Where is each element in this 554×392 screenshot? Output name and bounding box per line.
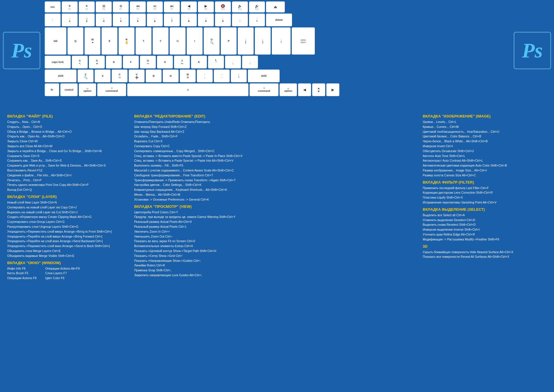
key-k[interactable]: K xyxy=(191,56,207,68)
key-0[interactable]: )0 xyxy=(215,14,231,26)
key-shift-left[interactable]: shift xyxy=(45,70,76,82)
3d-shortcuts: Скрыть ближайшую поверхность Hide Neares… xyxy=(423,250,547,260)
key-shift-right[interactable]: shift xyxy=(248,70,280,82)
key-7[interactable]: &7 xyxy=(164,14,180,26)
key-backslash[interactable]: |\ xyxy=(272,27,291,55)
key-f8[interactable]: ◀F8 xyxy=(181,1,197,12)
key-command-right[interactable]: ⌘command xyxy=(250,83,278,96)
key-esc[interactable]: esc xyxy=(45,1,61,12)
key-space[interactable]: H xyxy=(127,83,248,96)
key-capslock[interactable]: caps lock xyxy=(45,56,71,68)
key-f10[interactable]: 🔇F10 xyxy=(215,1,231,12)
key-f3[interactable]: ⊞F3 xyxy=(96,1,112,12)
3d-section-title: 3D xyxy=(423,244,547,249)
key-control[interactable]: control xyxy=(60,83,78,96)
layer-item-12: Объединить видимые Merge Visible Shift+C… xyxy=(7,253,131,258)
key-u[interactable]: U xyxy=(170,27,186,55)
key-quote[interactable]: ': xyxy=(242,56,258,68)
key-z[interactable]: Z🔍 xyxy=(78,70,93,82)
key-updown[interactable]: ▲▼ xyxy=(312,83,325,96)
key-period[interactable]: >. xyxy=(214,70,230,82)
key-l[interactable]: L⌒ xyxy=(208,56,224,68)
key-3[interactable]: #3 xyxy=(96,14,112,26)
key-rbracket[interactable]: }] xyxy=(255,27,271,55)
key-5[interactable]: %5 xyxy=(130,14,146,26)
key-a[interactable]: A↖ xyxy=(72,56,88,68)
select-item-3: Выделить снова Reselect Shift+Ctrl+D xyxy=(423,222,547,227)
window-col1: Инфо Info F8 Кисть Brush F5 Операции Act… xyxy=(7,266,37,281)
view-item-6: Уменьшить Zoom Out Ctrl+- xyxy=(134,234,420,239)
key-tilde[interactable]: ~` xyxy=(45,14,61,26)
key-fn[interactable]: fn xyxy=(45,83,59,96)
key-h[interactable]: H xyxy=(157,56,173,68)
window-section: ВКЛАДКА "ОКНО" (WINDOW) Инфо Info F8 Кис… xyxy=(7,261,131,281)
select-section-title: ВКЛАДКА ВЫДЕЛЕНИЕ (SELECT) xyxy=(423,207,547,212)
key-d[interactable]: D xyxy=(106,56,122,68)
key-9[interactable]: (9 xyxy=(198,14,214,26)
layer-section: ВКЛАДКА "СЛОИ" (LAYER) Новый слой New La… xyxy=(7,195,131,258)
key-4[interactable]: $4 xyxy=(113,14,129,26)
key-command-left[interactable]: ⌘command xyxy=(97,83,126,96)
key-b[interactable]: B xyxy=(146,70,162,82)
key-option-right[interactable]: altoption xyxy=(280,83,297,96)
key-y[interactable]: Y xyxy=(153,27,169,55)
key-6[interactable]: ^6 xyxy=(147,14,163,26)
keyboard-row-zxcv: shift Z🔍 X C✂ V➕ B N M⊞ <, >. ?/ shift xyxy=(45,70,509,82)
file-item-10: Сохранить для Web и устр... Save for Web… xyxy=(7,163,131,168)
key-o[interactable]: O🔍 xyxy=(204,27,220,55)
key-f2[interactable]: ☀F2 xyxy=(79,1,95,12)
key-comma[interactable]: <, xyxy=(197,70,213,82)
key-i[interactable]: I xyxy=(187,27,203,55)
image-item-4: Цветовой баланс... Color Balance... Ctrl… xyxy=(423,134,547,139)
key-equals[interactable]: += xyxy=(249,14,265,26)
key-v[interactable]: V➕ xyxy=(129,70,145,82)
key-f7[interactable]: ⏭F7 xyxy=(164,1,180,12)
key-f11[interactable]: 🔉F11 xyxy=(232,1,248,12)
key-f12[interactable]: 🔊F12 xyxy=(249,1,265,12)
key-j[interactable]: J✏ xyxy=(174,56,190,68)
key-slash[interactable]: ?/ xyxy=(231,70,247,82)
key-g[interactable]: G✂ xyxy=(140,56,156,68)
key-delete[interactable]: delete xyxy=(266,14,292,26)
key-s[interactable]: S✦ xyxy=(89,56,105,68)
key-enter[interactable]: enter return xyxy=(292,27,315,55)
edit-item-7: Скопировать совмещенные... Copy Merged..… xyxy=(134,149,420,154)
key-n[interactable]: N xyxy=(163,70,179,82)
view-item-7: Показать во весь экран Fit on Screen Ctr… xyxy=(134,239,420,244)
layer-item-8: Упорядочить->Перейти на слой вверх Arran… xyxy=(7,234,131,239)
key-lbracket[interactable]: {[ xyxy=(238,27,254,55)
key-8[interactable]: *8 xyxy=(181,14,197,26)
key-minus[interactable]: _- xyxy=(232,14,248,26)
window-item-4: Операции Actions Alt+F9 xyxy=(45,266,80,271)
key-c[interactable]: C✂ xyxy=(112,70,128,82)
key-f[interactable]: F xyxy=(123,56,139,68)
key-f5[interactable]: ⏮F5 xyxy=(130,1,146,12)
key-p[interactable]: P xyxy=(221,27,237,55)
keyboard: esc ☀F1 ☀F2 ⊞F3 ⊚F4 ⏮F5 ⏯F6 ⏭F7 ◀F8 ▶F9 … xyxy=(45,1,509,108)
key-x[interactable]: X xyxy=(95,70,111,82)
key-m[interactable]: M⊞ xyxy=(180,70,196,82)
key-f6[interactable]: ⏯F6 xyxy=(147,1,163,12)
key-2[interactable]: @2 xyxy=(79,14,95,26)
window-item-5: Слои Layers F7 xyxy=(45,271,80,276)
key-right[interactable]: ▶ xyxy=(326,83,339,96)
key-eject[interactable]: ⏏ xyxy=(266,1,285,12)
edit-section: ВКЛАДКА "РЕДАКТИРОВАНИЕ" (EDIT) Отменить… xyxy=(134,114,420,202)
key-option-left[interactable]: altoption xyxy=(79,83,96,96)
key-q[interactable]: Q xyxy=(68,27,83,55)
key-f9[interactable]: ▶F9 xyxy=(198,1,214,12)
key-left[interactable]: ◀ xyxy=(298,83,311,96)
file-section-title: ВКЛАДКА "ФАЙЛ" (FILE) xyxy=(7,114,131,118)
key-w[interactable]: W✦ xyxy=(85,27,100,55)
key-t[interactable]: T xyxy=(136,27,151,55)
key-r[interactable]: R✋ xyxy=(119,27,134,55)
key-e[interactable]: E xyxy=(102,27,117,55)
key-semicolon[interactable]: "; xyxy=(225,56,241,68)
key-f4[interactable]: ⊚F4 xyxy=(113,1,129,12)
key-tab[interactable]: tab xyxy=(45,27,66,55)
file-item-3: Обзор в Bridge... Browse in Bridge... Al… xyxy=(7,129,131,134)
keyboard-row-num: ~` !1 @2 #3 $4 %5 ^6 &7 *8 (9 )0 _- += d… xyxy=(45,14,509,26)
filter-item-2: Коррекция дисторсии Lens Correction Shif… xyxy=(423,190,547,195)
key-1[interactable]: !1 xyxy=(62,14,78,26)
key-f1[interactable]: ☀F1 xyxy=(62,1,78,12)
